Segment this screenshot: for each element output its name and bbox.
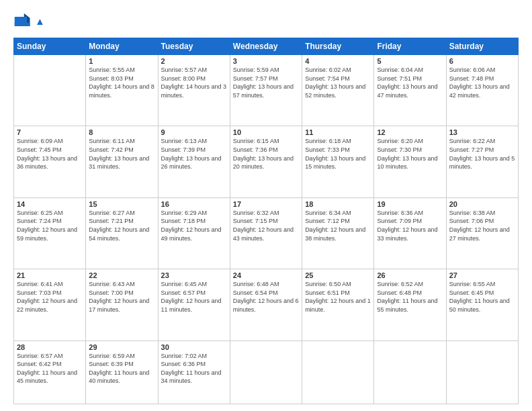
day-number: 28 [17, 343, 83, 351]
day-number: 18 [305, 200, 371, 208]
day-number: 6 [449, 57, 515, 65]
weekday-header-thursday: Thursday [302, 38, 374, 55]
day-info: Sunrise: 5:55 AMSunset: 8:03 PMDaylight:… [89, 66, 154, 99]
day-info: Sunrise: 6:25 AMSunset: 7:24 PMDaylight:… [17, 209, 83, 242]
day-info: Sunrise: 6:29 AMSunset: 7:18 PMDaylight:… [161, 209, 227, 242]
day-info: Sunrise: 6:11 AMSunset: 7:42 PMDaylight:… [89, 137, 154, 171]
logo-icon [13, 12, 32, 31]
day-info: Sunrise: 6:34 AMSunset: 7:12 PMDaylight:… [305, 209, 371, 242]
day-info: Sunrise: 6:04 AMSunset: 7:51 PMDaylight:… [377, 66, 443, 99]
calendar-cell: 15Sunrise: 6:27 AMSunset: 7:21 PMDayligh… [86, 197, 158, 269]
day-info: Sunrise: 6:59 AMSunset: 6:39 PMDaylight:… [89, 352, 154, 385]
day-number: 24 [233, 271, 299, 279]
day-number: 8 [89, 128, 154, 136]
calendar-cell: 8Sunrise: 6:11 AMSunset: 7:42 PMDaylight… [86, 126, 158, 197]
day-info: Sunrise: 6:36 AMSunset: 7:09 PMDaylight:… [377, 209, 443, 242]
calendar-cell: 6Sunrise: 6:06 AMSunset: 7:48 PMDaylight… [446, 55, 518, 126]
day-number: 10 [233, 128, 299, 136]
calendar-cell: 28Sunrise: 6:57 AMSunset: 6:42 PMDayligh… [14, 340, 86, 404]
day-info: Sunrise: 6:57 AMSunset: 6:42 PMDaylight:… [17, 352, 83, 385]
calendar-cell: 3Sunrise: 5:59 AMSunset: 7:57 PMDaylight… [230, 55, 302, 126]
day-number: 29 [89, 343, 154, 351]
day-number: 27 [449, 271, 515, 279]
day-number: 1 [89, 57, 154, 65]
calendar-cell [14, 55, 86, 126]
weekday-header-wednesday: Wednesday [230, 38, 302, 55]
day-number: 12 [377, 128, 443, 136]
weekday-header-friday: Friday [374, 38, 446, 55]
day-info: Sunrise: 6:20 AMSunset: 7:30 PMDaylight:… [377, 137, 443, 171]
svg-rect-2 [15, 23, 30, 26]
calendar-cell: 17Sunrise: 6:32 AMSunset: 7:15 PMDayligh… [230, 197, 302, 269]
day-info: Sunrise: 6:38 AMSunset: 7:06 PMDaylight:… [449, 209, 515, 242]
calendar-cell [374, 340, 446, 404]
logo: ▲ [13, 12, 45, 31]
calendar-cell [302, 340, 374, 404]
calendar-cell: 14Sunrise: 6:25 AMSunset: 7:24 PMDayligh… [14, 197, 86, 269]
weekday-header-sunday: Sunday [14, 38, 86, 55]
calendar-cell: 12Sunrise: 6:20 AMSunset: 7:30 PMDayligh… [374, 126, 446, 197]
day-info: Sunrise: 5:57 AMSunset: 8:00 PMDaylight:… [161, 66, 227, 99]
day-info: Sunrise: 6:18 AMSunset: 7:33 PMDaylight:… [305, 137, 371, 171]
weekday-header-monday: Monday [86, 38, 158, 55]
calendar-cell [230, 340, 302, 404]
calendar-cell: 23Sunrise: 6:45 AMSunset: 6:57 PMDayligh… [158, 269, 230, 340]
day-info: Sunrise: 6:32 AMSunset: 7:15 PMDaylight:… [233, 209, 299, 242]
day-info: Sunrise: 7:02 AMSunset: 6:36 PMDaylight:… [161, 352, 227, 385]
calendar-cell: 29Sunrise: 6:59 AMSunset: 6:39 PMDayligh… [86, 340, 158, 404]
day-info: Sunrise: 6:06 AMSunset: 7:48 PMDaylight:… [449, 66, 515, 99]
calendar-cell [446, 340, 518, 404]
day-info: Sunrise: 5:59 AMSunset: 7:57 PMDaylight:… [233, 66, 299, 99]
day-number: 23 [161, 271, 227, 279]
day-number: 3 [233, 57, 299, 65]
day-number: 25 [305, 271, 371, 279]
day-number: 26 [377, 271, 443, 279]
day-info: Sunrise: 6:52 AMSunset: 6:48 PMDaylight:… [377, 280, 443, 314]
page: ▲ SundayMondayTuesdayWednesdayThursdayFr… [0, 0, 532, 411]
day-number: 14 [17, 200, 83, 208]
calendar-row-0: 1Sunrise: 5:55 AMSunset: 8:03 PMDaylight… [14, 55, 519, 126]
day-info: Sunrise: 6:27 AMSunset: 7:21 PMDaylight:… [89, 209, 154, 242]
weekday-header-saturday: Saturday [446, 38, 518, 55]
day-info: Sunrise: 6:09 AMSunset: 7:45 PMDaylight:… [17, 137, 83, 171]
calendar-cell: 2Sunrise: 5:57 AMSunset: 8:00 PMDaylight… [158, 55, 230, 126]
day-number: 2 [161, 57, 227, 65]
day-number: 9 [161, 128, 227, 136]
calendar-row-3: 21Sunrise: 6:41 AMSunset: 7:03 PMDayligh… [14, 269, 519, 340]
day-info: Sunrise: 6:45 AMSunset: 6:57 PMDaylight:… [161, 280, 227, 314]
weekday-header-row: SundayMondayTuesdayWednesdayThursdayFrid… [14, 38, 519, 55]
day-info: Sunrise: 6:41 AMSunset: 7:03 PMDaylight:… [17, 280, 83, 314]
day-info: Sunrise: 6:50 AMSunset: 6:51 PMDaylight:… [305, 280, 371, 314]
calendar-cell: 18Sunrise: 6:34 AMSunset: 7:12 PMDayligh… [302, 197, 374, 269]
calendar-cell: 9Sunrise: 6:13 AMSunset: 7:39 PMDaylight… [158, 126, 230, 197]
calendar-cell: 16Sunrise: 6:29 AMSunset: 7:18 PMDayligh… [158, 197, 230, 269]
calendar-cell: 20Sunrise: 6:38 AMSunset: 7:06 PMDayligh… [446, 197, 518, 269]
day-info: Sunrise: 6:22 AMSunset: 7:27 PMDaylight:… [449, 137, 515, 171]
day-number: 4 [305, 57, 371, 65]
day-number: 16 [161, 200, 227, 208]
calendar-cell: 1Sunrise: 5:55 AMSunset: 8:03 PMDaylight… [86, 55, 158, 126]
day-number: 11 [305, 128, 371, 136]
day-info: Sunrise: 6:43 AMSunset: 7:00 PMDaylight:… [89, 280, 154, 314]
day-number: 17 [233, 200, 299, 208]
calendar-row-4: 28Sunrise: 6:57 AMSunset: 6:42 PMDayligh… [14, 340, 519, 404]
calendar-cell: 13Sunrise: 6:22 AMSunset: 7:27 PMDayligh… [446, 126, 518, 197]
calendar-cell: 22Sunrise: 6:43 AMSunset: 7:00 PMDayligh… [86, 269, 158, 340]
day-number: 20 [449, 200, 515, 208]
day-number: 15 [89, 200, 154, 208]
day-number: 21 [17, 271, 83, 279]
calendar-cell: 21Sunrise: 6:41 AMSunset: 7:03 PMDayligh… [14, 269, 86, 340]
day-number: 5 [377, 57, 443, 65]
calendar-cell: 30Sunrise: 7:02 AMSunset: 6:36 PMDayligh… [158, 340, 230, 404]
calendar-cell: 11Sunrise: 6:18 AMSunset: 7:33 PMDayligh… [302, 126, 374, 197]
day-number: 19 [377, 200, 443, 208]
calendar-cell: 19Sunrise: 6:36 AMSunset: 7:09 PMDayligh… [374, 197, 446, 269]
day-info: Sunrise: 6:55 AMSunset: 6:45 PMDaylight:… [449, 280, 515, 314]
logo-text: ▲ [35, 16, 45, 28]
day-number: 7 [17, 128, 83, 136]
calendar-row-1: 7Sunrise: 6:09 AMSunset: 7:45 PMDaylight… [14, 126, 519, 197]
weekday-header-tuesday: Tuesday [158, 38, 230, 55]
calendar-cell: 10Sunrise: 6:15 AMSunset: 7:36 PMDayligh… [230, 126, 302, 197]
calendar-cell: 4Sunrise: 6:02 AMSunset: 7:54 PMDaylight… [302, 55, 374, 126]
calendar-cell: 27Sunrise: 6:55 AMSunset: 6:45 PMDayligh… [446, 269, 518, 340]
